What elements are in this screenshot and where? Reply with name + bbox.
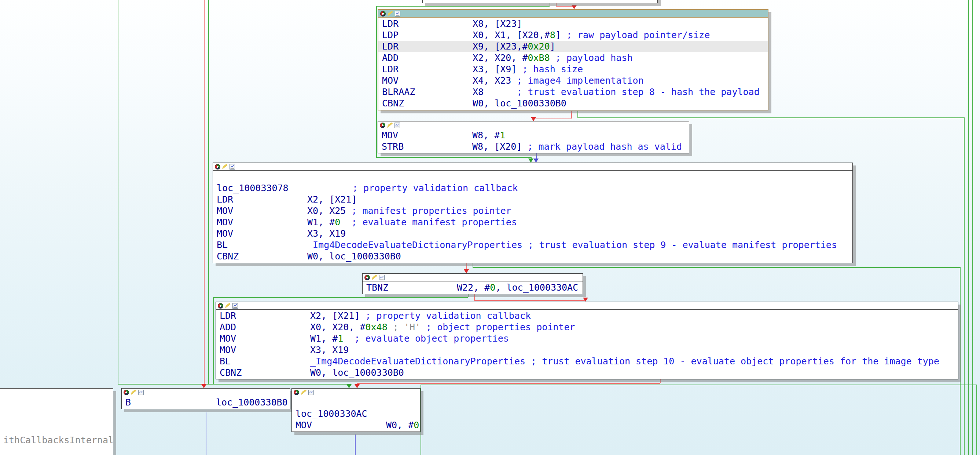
asm-line[interactable]: MOVW1, #0 ; evaluate manifest properties	[213, 217, 853, 228]
asm-blank-line[interactable]	[0, 400, 113, 412]
asm-line[interactable]: LDRX2, [X21] ; property validation callb…	[216, 310, 958, 321]
asm-line[interactable]: MOVX4, X23 ; image4 implementation	[379, 75, 768, 86]
asm-token-ins: X4, X23	[473, 75, 517, 86]
asm-line[interactable]: CBNZW0, loc_1000330B0	[213, 251, 853, 262]
asm-token-ins: X0, X20, #	[310, 322, 366, 332]
asm-line[interactable]: Bloc_1000330B0	[122, 397, 290, 408]
asm-line[interactable]: STRBW8, [X20] ; mark payload hash as val…	[378, 141, 689, 152]
node-pie-icon[interactable]	[124, 390, 129, 395]
asm-line[interactable]: LDRX3, [X9] ; hash size	[379, 64, 768, 75]
flow-edge-green	[473, 263, 473, 267]
asm-location-label: loc_1000330AC	[296, 409, 368, 419]
graph-node-eval-object-props[interactable]: LDRX2, [X21] ; property validation callb…	[216, 302, 958, 379]
asm-line[interactable]: MOVW8, #1	[378, 129, 689, 141]
graph-node-tbnz[interactable]: TBNZW22, #0, loc_1000330AC	[362, 273, 583, 294]
asm-line[interactable]: BL_Img4DecodeEvaluateDictionaryPropertie…	[213, 239, 853, 251]
node-chart-icon[interactable]	[379, 275, 385, 280]
asm-line[interactable]: LDRX9, [X23,#0x20]	[379, 41, 768, 52]
node-edit-icon[interactable]	[301, 390, 307, 395]
node-pie-icon[interactable]	[294, 390, 299, 395]
asm-token-ins	[340, 217, 351, 228]
node-pie-icon[interactable]	[364, 275, 370, 280]
asm-mnemonic: STRB	[382, 141, 472, 152]
node-chart-icon[interactable]	[138, 390, 144, 395]
graph-node-b-loc-1000330b0[interactable]: Bloc_1000330B0	[121, 388, 290, 409]
node-edit-icon[interactable]	[388, 11, 393, 16]
node-edit-icon[interactable]	[225, 303, 231, 308]
asm-mnemonic: B	[126, 397, 216, 408]
asm-token-cmt: ; evaluate manifest properties	[351, 217, 517, 228]
asm-line[interactable]: MOVX0, X25 ; manifest properties pointer	[213, 205, 853, 217]
asm-blank-line[interactable]	[0, 389, 113, 400]
node-code: LDRX2, [X21] ; property validation callb…	[216, 310, 958, 379]
asm-line[interactable]: MOVX3, X19	[216, 344, 958, 356]
node-titlebar[interactable]	[292, 389, 420, 396]
flow-edge-blue	[355, 434, 356, 455]
graph-node-mark-hash-valid[interactable]: MOVW8, #1STRBW8, [X20] ; mark payload ha…	[378, 121, 689, 153]
asm-location-label: loc_100033078	[217, 182, 352, 194]
node-pie-icon[interactable]	[218, 303, 223, 308]
asm-line[interactable]: ADDX0, X20, #0x48 ; 'H' ; object propert…	[216, 321, 958, 333]
flow-edge-blue	[206, 412, 207, 455]
asm-token-num: 8	[550, 30, 555, 40]
asm-label-line[interactable]: loc_100033078; property validation callb…	[213, 182, 853, 194]
node-edit-icon[interactable]	[222, 164, 228, 169]
flow-edge-green	[964, 117, 965, 455]
node-titlebar[interactable]	[379, 10, 768, 18]
asm-line[interactable]: BLRAAZX8 ; trust evaluation step 8 - has…	[379, 86, 768, 97]
asm-mnemonic: LDR	[217, 194, 307, 205]
asm-line[interactable]: MOVW1, #1 ; evaluate object properties	[216, 333, 958, 344]
asm-mnemonic: CBNZ	[220, 367, 310, 378]
edge-arrowhead	[201, 384, 207, 388]
node-edit-icon[interactable]	[372, 275, 377, 280]
node-chart-icon[interactable]	[395, 11, 400, 16]
asm-token-ins: W0, loc_1000330B0	[307, 251, 401, 262]
graph-node-bottom-left-partial[interactable]: ithCallbacksInternal	[0, 388, 113, 455]
asm-line[interactable]: MOVX3, X19	[213, 228, 853, 239]
node-edit-icon[interactable]	[131, 390, 137, 395]
asm-token-ins: W0, loc_1000330B0	[473, 98, 566, 109]
asm-token-ins: W8, [X20]	[472, 141, 528, 152]
node-chart-icon[interactable]	[395, 123, 400, 128]
node-chart-icon[interactable]	[308, 390, 314, 395]
asm-token-ins: , loc_1000330AC	[495, 282, 578, 293]
node-pie-icon[interactable]	[380, 11, 386, 16]
node-pie-icon[interactable]	[380, 123, 385, 128]
asm-line[interactable]: CBNZW0, loc_1000330B0	[216, 367, 958, 378]
node-titlebar[interactable]	[378, 121, 689, 129]
asm-label-line[interactable]: loc_1000330AC	[292, 408, 420, 420]
asm-token-ins	[343, 333, 354, 344]
graph-canvas[interactable]: LDRX8, [X23]LDPX0, X1, [X20,#8] ; raw pa…	[0, 0, 980, 455]
asm-blank-line[interactable]	[0, 412, 113, 423]
asm-blank-line[interactable]: ithCallbacksInternal	[0, 434, 113, 446]
asm-line[interactable]: LDRX2, [X21]	[213, 194, 853, 205]
flow-edge-green	[976, 385, 977, 455]
node-pie-icon[interactable]	[215, 164, 220, 169]
node-titlebar[interactable]	[122, 389, 290, 396]
node-chart-icon[interactable]	[232, 303, 238, 308]
graph-node-top-partial[interactable]	[422, 0, 658, 3]
asm-line[interactable]: ADDX2, X20, #0xB8 ; payload hash	[379, 52, 768, 64]
asm-line[interactable]: CBNZW0, loc_1000330B0	[379, 97, 768, 109]
flow-edge-green	[420, 385, 976, 385]
asm-line[interactable]: LDRX8, [X23]	[379, 18, 768, 29]
asm-line[interactable]: TBNZW22, #0, loc_1000330AC	[363, 282, 582, 293]
asm-token-cmt: ; object properties pointer	[426, 322, 575, 332]
node-titlebar[interactable]	[213, 163, 853, 171]
asm-blank-line[interactable]	[213, 171, 853, 182]
asm-line[interactable]: BL_Img4DecodeEvaluateDictionaryPropertie…	[216, 356, 958, 367]
node-chart-icon[interactable]	[229, 164, 235, 169]
graph-node-loc-1000330ac[interactable]: loc_1000330ACMOVW0, #0	[291, 388, 420, 432]
graph-node-hash-payload[interactable]: LDRX8, [X23]LDPX0, X1, [X20,#8] ; raw pa…	[378, 9, 768, 110]
node-edit-icon[interactable]	[387, 123, 393, 128]
asm-blank-line[interactable]	[0, 423, 113, 434]
asm-token-ins: X9, [X23,#	[473, 41, 528, 52]
graph-node-loc-100033078[interactable]: loc_100033078; property validation callb…	[213, 163, 853, 263]
node-titlebar[interactable]	[216, 302, 958, 310]
asm-line[interactable]: MOVW0, #0	[292, 420, 420, 431]
node-titlebar[interactable]	[363, 274, 582, 281]
asm-blank-line[interactable]	[292, 397, 420, 408]
asm-line[interactable]: LDPX0, X1, [X20,#8] ; raw payload pointe…	[379, 29, 768, 41]
asm-token-ins	[388, 322, 393, 332]
asm-token-ins: X8, [X23]	[473, 18, 522, 29]
